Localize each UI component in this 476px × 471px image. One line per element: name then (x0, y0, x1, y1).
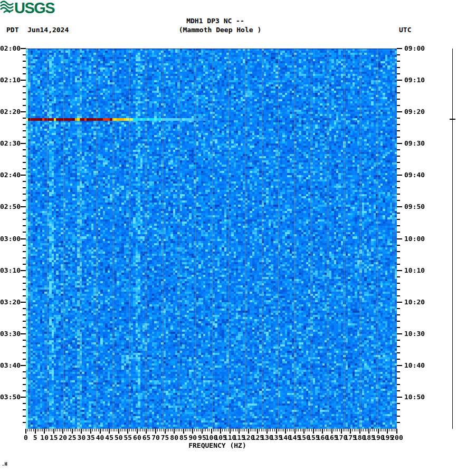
right-axis-minor-tick (397, 346, 400, 347)
freq-axis-minor-tick (98, 429, 99, 431)
freq-axis-minor-tick (30, 429, 30, 431)
freq-axis-minor-tick (37, 429, 37, 431)
freq-axis-major-tick (341, 429, 342, 434)
axes-layer: 02:0002:1002:2002:3002:4002:5003:0003:10… (0, 0, 476, 471)
right-axis-minor-tick (397, 213, 400, 214)
freq-axis-minor-tick (87, 429, 87, 431)
freq-axis-minor-tick (191, 429, 191, 431)
corner-mark: .H (2, 462, 7, 467)
right-axis-minor-tick (397, 73, 400, 74)
right-axis-major-tick (397, 333, 402, 334)
right-axis-minor-tick (397, 232, 400, 233)
freq-axis-minor-tick (157, 429, 158, 431)
freq-axis-minor-tick (50, 429, 50, 431)
freq-axis-minor-tick (259, 429, 260, 431)
freq-axis-minor-tick (200, 429, 201, 431)
freq-axis-minor-tick (374, 429, 375, 431)
freq-axis-minor-tick (293, 429, 293, 431)
freq-axis-minor-tick (243, 429, 243, 431)
freq-axis-minor-tick (103, 429, 104, 431)
left-axis-minor-tick (23, 295, 26, 296)
left-axis-label: 02:00 (0, 45, 20, 52)
freq-axis-minor-tick (326, 429, 327, 431)
right-axis-minor-tick (397, 390, 400, 391)
freq-axis-minor-tick (255, 429, 256, 431)
right-axis-label: 10:30 (404, 330, 427, 337)
left-axis-minor-tick (23, 61, 26, 62)
freq-axis-major-tick (387, 429, 388, 434)
left-axis-label: 03:00 (0, 235, 20, 242)
right-axis-label: 09:40 (404, 171, 427, 178)
right-axis-minor-tick (397, 257, 400, 258)
freq-axis-minor-tick (270, 429, 271, 431)
freq-axis-minor-tick (92, 429, 93, 431)
freq-axis-minor-tick (306, 429, 306, 431)
right-axis-major-tick (397, 270, 402, 271)
right-axis-minor-tick (397, 384, 400, 385)
freq-axis-major-tick (25, 429, 26, 434)
freq-axis-minor-tick (324, 429, 325, 431)
freq-axis-major-tick (350, 429, 351, 434)
freq-axis-minor-tick (352, 429, 353, 431)
amplitude-trace-event-spike (450, 119, 455, 120)
freq-axis-major-tick (118, 429, 119, 434)
left-axis-minor-tick (23, 92, 26, 93)
freq-axis-major-tick (331, 429, 332, 434)
left-axis-minor-tick (23, 73, 26, 74)
freq-axis-minor-tick (133, 429, 134, 431)
freq-axis-major-tick (90, 429, 91, 434)
freq-axis-minor-tick (280, 429, 280, 431)
right-axis-major-tick (397, 238, 402, 239)
right-axis-major-tick (397, 80, 402, 81)
left-axis-minor-tick (23, 54, 26, 55)
freq-axis-minor-tick (300, 429, 301, 431)
left-axis-minor-tick (23, 124, 26, 125)
freq-axis-minor-tick (356, 429, 356, 431)
right-axis-minor-tick (397, 409, 400, 410)
left-axis-minor-tick (23, 340, 26, 341)
freq-axis-major-tick (155, 429, 156, 434)
freq-axis-minor-tick (83, 429, 83, 431)
freq-axis-minor-tick (337, 429, 338, 431)
left-axis-minor-tick (23, 257, 26, 258)
right-axis-minor-tick (397, 359, 400, 360)
freq-axis-minor-tick (278, 429, 279, 431)
left-axis-minor-tick (23, 409, 26, 410)
freq-axis-minor-tick (395, 429, 395, 431)
freq-axis-major-tick (322, 429, 323, 434)
freq-axis-minor-tick (235, 429, 236, 431)
right-axis-minor-tick (397, 118, 400, 119)
right-axis-major-tick (397, 111, 402, 112)
freq-axis-minor-tick (228, 429, 229, 431)
left-axis-minor-tick (23, 314, 26, 315)
right-axis-minor-tick (397, 181, 400, 182)
freq-axis-label: 200 (389, 434, 405, 441)
freq-axis-minor-tick (382, 429, 382, 431)
left-axis-label: 02:10 (0, 76, 20, 83)
freq-axis-major-tick (303, 429, 304, 434)
freq-axis-minor-tick (161, 429, 161, 431)
right-axis-label: 10:50 (404, 393, 427, 400)
freq-axis-minor-tick (57, 429, 58, 431)
freq-axis-minor-tick (148, 429, 148, 431)
amplitude-trace-line (452, 49, 453, 429)
right-axis-minor-tick (397, 276, 400, 277)
freq-axis-minor-tick (308, 429, 308, 431)
freq-axis-minor-tick (102, 429, 102, 431)
freq-axis-minor-tick (289, 429, 290, 431)
right-axis-label: 10:00 (404, 235, 427, 242)
right-axis-minor-tick (397, 264, 400, 265)
freq-axis-minor-tick (144, 429, 145, 431)
freq-axis-major-tick (81, 429, 82, 434)
freq-axis-minor-tick (222, 429, 223, 431)
freq-axis-minor-tick (196, 429, 197, 431)
freq-axis-major-tick (192, 429, 193, 434)
freq-axis-minor-tick (361, 429, 362, 431)
freq-axis-minor-tick (365, 429, 366, 431)
freq-axis-minor-tick (68, 429, 69, 431)
left-axis-minor-tick (23, 276, 26, 277)
freq-axis-minor-tick (64, 429, 65, 431)
freq-axis-minor-tick (320, 429, 321, 431)
freq-axis-minor-tick (373, 429, 373, 431)
freq-axis-major-tick (211, 429, 212, 434)
